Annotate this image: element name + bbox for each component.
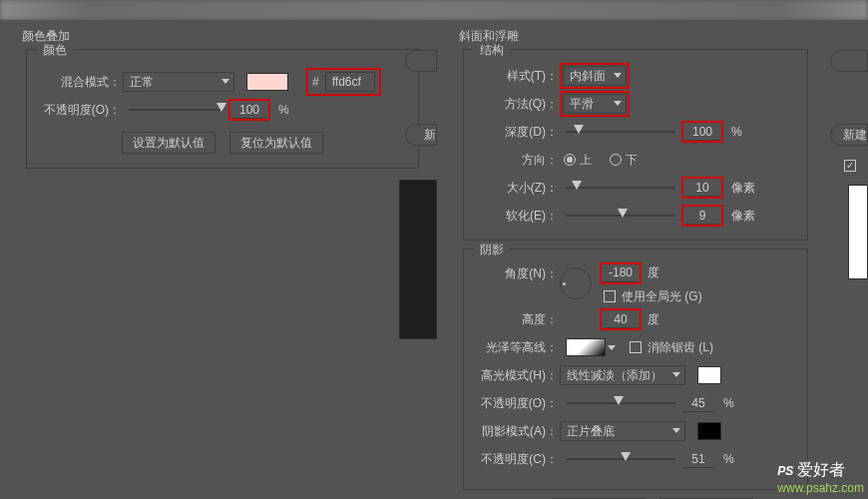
soften-label: 软化(E)：	[474, 208, 560, 225]
opacity-input[interactable]	[232, 101, 266, 119]
title-bar	[0, 0, 868, 20]
antialias-label: 消除锯齿 (L)	[648, 339, 713, 356]
panel-checkbox[interactable]	[840, 158, 862, 172]
chevron-down-icon	[672, 372, 680, 377]
direction-down-radio[interactable]	[610, 154, 622, 166]
soften-slider[interactable]	[566, 213, 675, 219]
style-value: 内斜面	[570, 68, 606, 85]
global-light-checkbox[interactable]	[604, 290, 616, 302]
set-default-button[interactable]: 设置为默认值	[122, 132, 216, 154]
highlight-opacity-label: 不透明度(O)：	[474, 395, 560, 412]
technique-value: 平滑	[570, 96, 594, 113]
hex-input[interactable]	[325, 72, 375, 92]
style-dropdown[interactable]: 内斜面	[563, 66, 627, 86]
size-unit: 像素	[731, 180, 755, 197]
structure-legend: 结构	[474, 42, 510, 59]
highlight-opacity-unit: %	[723, 396, 734, 410]
highlight-opacity-input[interactable]	[681, 394, 715, 412]
preview-strip-left	[399, 180, 437, 339]
direction-up-label: 上	[580, 152, 592, 169]
structure-fieldset: 结构 样式(T)： 内斜面 方法(Q)： 平滑 深度(D)：	[463, 49, 808, 241]
bevel-emboss-panel: 斜面和浮雕 结构 样式(T)： 内斜面 方法(Q)： 平滑 深度(D)：	[437, 20, 868, 499]
shadow-opacity-label: 不透明度(C)：	[474, 451, 560, 468]
shadow-opacity-unit: %	[723, 452, 734, 466]
shadow-color-swatch[interactable]	[697, 422, 721, 440]
angle-dial[interactable]	[560, 267, 592, 299]
soften-input[interactable]	[685, 207, 719, 225]
watermark: PS 爱好者 www.psahz.com	[777, 460, 864, 495]
chevron-down-icon	[614, 73, 622, 78]
direction-up-radio[interactable]	[564, 154, 576, 166]
shadow-mode-dropdown[interactable]: 正片叠底	[560, 421, 685, 441]
partial-button-right-1[interactable]	[830, 50, 868, 72]
highlight-mode-dropdown[interactable]: 线性减淡（添加）	[560, 365, 685, 385]
soften-unit: 像素	[731, 208, 755, 225]
direction-label: 方向：	[474, 152, 560, 169]
altitude-unit: 度	[648, 311, 659, 328]
altitude-input[interactable]	[604, 310, 638, 328]
highlight-mode-value: 线性减淡（添加）	[567, 367, 662, 384]
opacity-unit: %	[278, 103, 289, 117]
shadow-mode-label: 阴影模式(A)：	[474, 423, 560, 440]
chevron-down-icon	[672, 428, 680, 433]
direction-down-label: 下	[626, 152, 638, 169]
gloss-contour-swatch[interactable]	[566, 338, 606, 356]
color-legend: 颜色	[37, 42, 73, 59]
depth-input[interactable]	[685, 123, 719, 141]
hex-hash: #	[312, 75, 319, 89]
size-slider[interactable]	[566, 185, 675, 191]
technique-dropdown[interactable]: 平滑	[563, 94, 627, 114]
chevron-down-icon	[221, 79, 229, 84]
shadow-opacity-slider[interactable]	[566, 456, 675, 462]
shadow-opacity-input[interactable]	[681, 450, 715, 468]
shading-fieldset: 阴影 角度(N)： 度 使用全局光 (G) 高度： 度 光泽等高线：	[463, 249, 808, 490]
style-label: 样式(T)：	[474, 68, 560, 85]
highlight-mode-label: 高光模式(H)：	[474, 367, 560, 384]
technique-label: 方法(Q)：	[474, 96, 560, 113]
overlay-color-swatch[interactable]	[246, 73, 288, 91]
blend-mode-dropdown[interactable]: 正常	[123, 72, 234, 92]
depth-unit: %	[731, 125, 742, 139]
preview-strip-right	[848, 185, 868, 279]
color-fieldset: 颜色 混合模式： 正常 # 不透明度(O)： % 设	[26, 49, 419, 169]
partial-button-left-2[interactable]: 新	[405, 124, 437, 146]
global-light-label: 使用全局光 (G)	[622, 288, 702, 305]
shading-legend: 阴影	[474, 242, 510, 258]
depth-slider[interactable]	[566, 129, 675, 135]
antialias-checkbox[interactable]	[630, 341, 642, 353]
shadow-mode-value: 正片叠底	[567, 423, 615, 440]
blend-mode-value: 正常	[130, 74, 154, 91]
chevron-down-icon	[614, 101, 622, 106]
gloss-contour-label: 光泽等高线：	[474, 339, 560, 356]
altitude-label: 高度：	[474, 311, 560, 328]
angle-label: 角度(N)：	[474, 263, 560, 282]
angle-unit: 度	[648, 264, 659, 281]
blend-mode-label: 混合模式：	[37, 74, 123, 91]
opacity-label: 不透明度(O)：	[37, 102, 123, 119]
reset-default-button[interactable]: 复位为默认值	[229, 132, 323, 154]
partial-button-right-2[interactable]: 新建	[830, 124, 868, 146]
color-overlay-panel: 颜色叠加 颜色 混合模式： 正常 # 不透明度(O)： %	[0, 20, 437, 499]
opacity-slider[interactable]	[129, 107, 222, 113]
highlight-color-swatch[interactable]	[697, 366, 721, 384]
partial-button-left-1[interactable]	[405, 50, 437, 72]
size-label: 大小(Z)：	[474, 180, 560, 197]
chevron-down-icon[interactable]	[608, 345, 616, 350]
size-input[interactable]	[685, 179, 719, 197]
depth-label: 深度(D)：	[474, 124, 560, 141]
highlight-opacity-slider[interactable]	[566, 400, 675, 406]
angle-input[interactable]	[604, 264, 638, 282]
